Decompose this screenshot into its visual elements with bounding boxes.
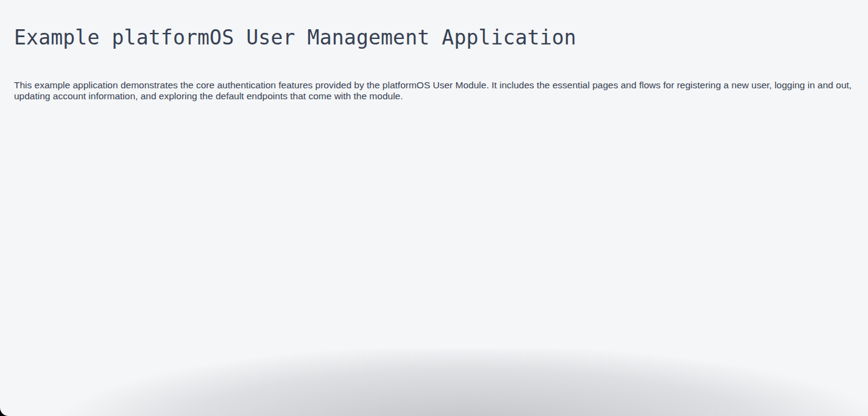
page-description: This example application demonstrates th… bbox=[14, 80, 853, 102]
app-page: Example platformOS User Management Appli… bbox=[0, 0, 868, 416]
main-content: Example platformOS User Management Appli… bbox=[0, 0, 868, 102]
page-title: Example platformOS User Management Appli… bbox=[14, 26, 853, 50]
window-bottom-shadow bbox=[0, 349, 868, 416]
screenshot-stage: Example platformOS User Management Appli… bbox=[0, 0, 868, 416]
